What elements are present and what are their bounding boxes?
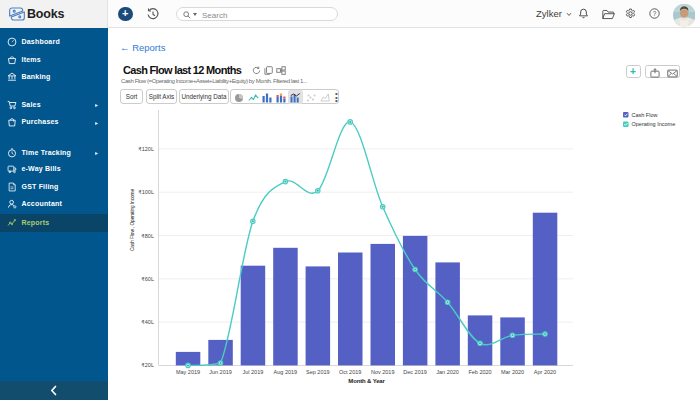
svg-text:Aug 2019: Aug 2019 [274, 369, 298, 375]
svg-text:Jan 2020: Jan 2020 [436, 369, 459, 375]
svg-text:₹60L: ₹60L [141, 276, 154, 282]
svg-text:₹80L: ₹80L [141, 233, 154, 239]
svg-text:Cash Flow: Cash Flow [632, 112, 658, 118]
svg-text:Jun 2019: Jun 2019 [209, 369, 232, 375]
svg-text:Sep 2019: Sep 2019 [306, 369, 330, 375]
svg-text:Operating Income: Operating Income [632, 121, 676, 127]
svg-text:Mar 2020: Mar 2020 [501, 369, 524, 375]
svg-text:Oct 2019: Oct 2019 [339, 369, 361, 375]
svg-text:₹100L: ₹100L [138, 189, 154, 195]
svg-text:Dec 2019: Dec 2019 [403, 369, 427, 375]
svg-text:₹120L: ₹120L [138, 146, 154, 152]
svg-text:Nov 2019: Nov 2019 [371, 369, 395, 375]
svg-text:Apr 2020: Apr 2020 [534, 369, 556, 375]
svg-text:May 2019: May 2019 [176, 369, 200, 375]
svg-text:Jul 2019: Jul 2019 [243, 369, 264, 375]
svg-text:₹40L: ₹40L [141, 319, 154, 325]
svg-text:Feb 2020: Feb 2020 [468, 369, 491, 375]
svg-text:Month & Year: Month & Year [348, 378, 385, 384]
svg-text:Cash Flow , Operating Income: Cash Flow , Operating Income [130, 189, 135, 251]
svg-text:₹20L: ₹20L [141, 362, 154, 368]
